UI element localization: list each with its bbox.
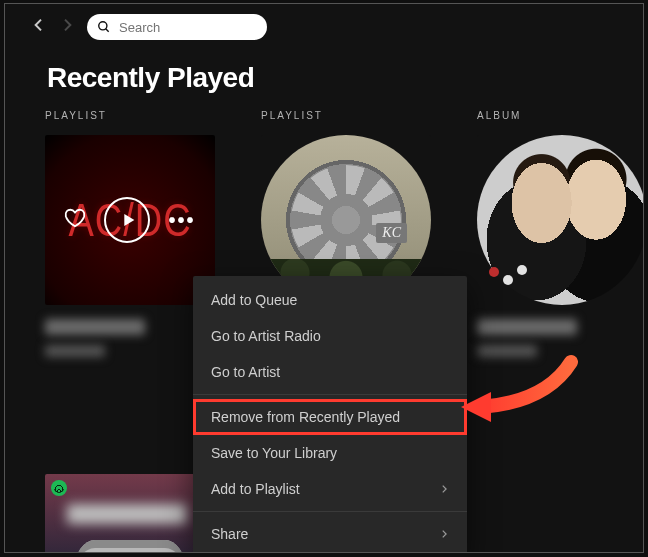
svg-line-1 — [106, 29, 109, 32]
menu-separator — [193, 511, 467, 512]
submenu-chevron-icon — [439, 484, 449, 494]
card-category: PLAYLIST — [261, 110, 431, 121]
cover-hover-overlay: ••• — [45, 135, 215, 305]
play-button[interactable] — [104, 197, 150, 243]
menu-remove-from-recently-played[interactable]: Remove from Recently Played — [193, 399, 467, 435]
menu-item-label: Add to Playlist — [211, 481, 300, 497]
menu-item-label: Share — [211, 526, 248, 542]
menu-item-label: Go to Artist Radio — [211, 328, 321, 344]
menu-item-label: Save to Your Library — [211, 445, 337, 461]
menu-add-to-queue[interactable]: Add to Queue — [193, 282, 467, 318]
cover-art-text: KC — [376, 223, 407, 243]
menu-share[interactable]: Share — [193, 516, 467, 552]
card-title — [45, 319, 145, 335]
cover-art — [75, 540, 185, 553]
menu-item-label: Remove from Recently Played — [211, 409, 400, 425]
spotify-logo-icon — [51, 480, 67, 496]
card-subtitle — [477, 345, 537, 357]
playlist-card[interactable]: PLAYLIST AC/DC ••• — [45, 110, 215, 357]
menu-separator — [193, 394, 467, 395]
card-title — [477, 319, 577, 335]
search-input[interactable] — [117, 19, 257, 36]
playlist-card[interactable] — [45, 474, 215, 553]
menu-add-to-playlist[interactable]: Add to Playlist — [193, 471, 467, 507]
nav-forward-icon[interactable] — [59, 17, 75, 37]
playlist-cover[interactable]: AC/DC ••• — [45, 135, 215, 305]
menu-go-to-artist[interactable]: Go to Artist — [193, 354, 467, 390]
card-category: ALBUM — [477, 110, 644, 121]
nav-back-icon[interactable] — [31, 17, 47, 37]
annotation-arrow — [461, 352, 581, 422]
card-category: PLAYLIST — [45, 110, 215, 121]
card-overlay-text — [67, 504, 187, 524]
app-window: Recently Played PLAYLIST AC/DC ••• — [4, 3, 644, 553]
more-options-icon[interactable]: ••• — [168, 209, 195, 232]
top-navigation — [5, 4, 643, 46]
context-menu: Add to Queue Go to Artist Radio Go to Ar… — [193, 276, 467, 553]
menu-item-label: Go to Artist — [211, 364, 280, 380]
album-cover[interactable] — [477, 135, 644, 305]
cover-art — [477, 135, 644, 305]
menu-item-label: Add to Queue — [211, 292, 297, 308]
svg-marker-2 — [124, 214, 134, 226]
svg-point-0 — [99, 22, 107, 30]
submenu-chevron-icon — [439, 529, 449, 539]
menu-go-to-artist-radio[interactable]: Go to Artist Radio — [193, 318, 467, 354]
search-icon — [97, 20, 111, 34]
album-card[interactable]: ALBUM — [477, 110, 644, 357]
search-field[interactable] — [87, 14, 267, 40]
like-heart-icon[interactable] — [64, 207, 86, 233]
card-subtitle — [45, 345, 105, 357]
menu-save-to-your-library[interactable]: Save to Your Library — [193, 435, 467, 471]
page-title: Recently Played — [5, 46, 643, 104]
